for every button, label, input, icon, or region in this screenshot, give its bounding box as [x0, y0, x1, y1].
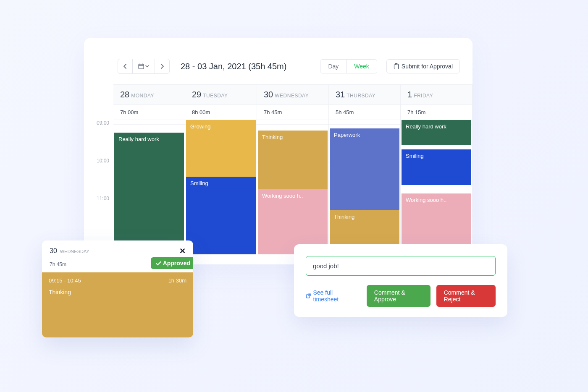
time-label: 09:00: [97, 120, 109, 126]
time-gutter: 09:00 10:00 11:00: [84, 120, 113, 254]
day-popup-hours: 7h 45m Approved: [42, 259, 193, 272]
timesheet-panel: 28 - 03 Jan, 2021 (35h 45m) Day Week Sub…: [84, 38, 472, 264]
event-block[interactable]: Paperwork: [330, 128, 399, 210]
svg-rect-0: [139, 64, 144, 69]
day-header[interactable]: 30WEDNESDAY: [257, 85, 329, 105]
calendar-body: 09:00 10:00 11:00 Really hard work Growi…: [84, 120, 472, 254]
toolbar: 28 - 03 Jan, 2021 (35h 45m) Day Week Sub…: [84, 59, 472, 84]
approval-panel: See full timesheet Comment & Approve Com…: [294, 244, 507, 317]
day-hours: 8h 00m: [185, 105, 257, 120]
event-block[interactable]: Growing: [186, 120, 256, 177]
approved-badge: Approved: [151, 257, 193, 269]
svg-line-7: [308, 294, 310, 296]
view-toggle: Day Week: [320, 59, 377, 73]
event-duration: 1h 30m: [168, 277, 186, 284]
prev-button[interactable]: [118, 59, 133, 74]
external-link-icon: [306, 293, 311, 299]
event-block[interactable]: Really hard work: [402, 120, 471, 145]
next-button[interactable]: [155, 59, 170, 74]
calendar-header: 28MONDAY 29TUESDAY 30WEDNESDAY 31THURSDA…: [113, 84, 472, 105]
event-block[interactable]: Smiling: [186, 177, 256, 254]
see-full-timesheet-link[interactable]: See full timesheet: [306, 289, 355, 303]
view-day-button[interactable]: Day: [320, 60, 346, 73]
date-picker-button[interactable]: [133, 59, 155, 74]
day-header[interactable]: 31THURSDAY: [329, 85, 401, 105]
day-column-fri: Really hard work Smiling Working sooo h.…: [401, 120, 472, 254]
day-column-wed: Thinking Working sooo h..: [257, 120, 329, 254]
event-block[interactable]: Thinking: [258, 131, 328, 189]
event-time: 09:15 - 10:45: [49, 277, 81, 284]
event-block[interactable]: Really hard work: [114, 133, 184, 254]
close-icon[interactable]: ✕: [179, 246, 186, 256]
day-header[interactable]: 28MONDAY: [113, 85, 185, 105]
date-nav: [118, 59, 170, 74]
day-hours: 7h 00m: [113, 105, 185, 120]
submit-approval-button[interactable]: Submit for Approval: [386, 59, 460, 73]
day-hours: 7h 45m: [257, 105, 329, 120]
clipboard-icon: [394, 63, 399, 69]
check-icon: [156, 261, 161, 266]
time-label: 11:00: [97, 196, 109, 201]
hours-header: 7h 00m 8h 00m 7h 45m 5h 45m 7h 15m: [113, 105, 472, 120]
calendar-icon: [138, 63, 144, 69]
date-range-title: 28 - 03 Jan, 2021 (35h 45m): [181, 62, 286, 71]
event-task: Thinking: [49, 289, 186, 295]
day-hours: 7h 15m: [401, 105, 472, 120]
day-column-tue: Growing Smiling: [185, 120, 257, 254]
day-header[interactable]: 1FRIDAY: [401, 85, 472, 105]
day-header[interactable]: 29TUESDAY: [185, 85, 257, 105]
time-label: 10:00: [97, 158, 109, 164]
day-hours: 5h 45m: [329, 105, 401, 120]
comment-reject-button[interactable]: Comment & Reject: [436, 285, 496, 307]
view-week-button[interactable]: Week: [346, 60, 377, 73]
day-popup-title: 30 WEDNESDAY: [50, 247, 89, 255]
event-block[interactable]: Smiling: [402, 149, 471, 185]
comment-input[interactable]: [306, 256, 496, 276]
day-column-thu: Paperwork Thinking: [329, 120, 401, 254]
day-column-mon: Really hard work: [113, 120, 185, 254]
day-popup-event[interactable]: 09:15 - 10:45 1h 30m Thinking: [42, 272, 193, 337]
comment-approve-button[interactable]: Comment & Approve: [367, 285, 430, 307]
chevron-down-icon: [145, 65, 149, 68]
day-detail-popup: 30 WEDNESDAY ✕ 7h 45m Approved 09:15 - 1…: [42, 240, 193, 337]
submit-label: Submit for Approval: [402, 63, 453, 70]
